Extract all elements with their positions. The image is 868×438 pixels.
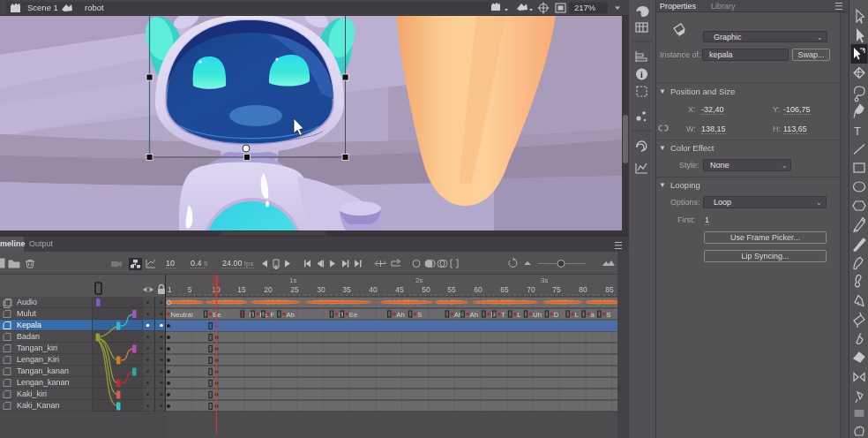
svg-text:S: S — [606, 311, 610, 319]
svg-text:Uh: Uh — [533, 311, 542, 319]
svg-text:D: D — [554, 311, 559, 319]
svg-text:T: T — [501, 311, 505, 319]
svg-text:T: T — [854, 125, 861, 138]
svg-text:0.4 s: 0.4 s — [191, 259, 208, 268]
svg-text:Ah: Ah — [470, 311, 479, 319]
svg-text:L: L — [575, 311, 580, 319]
svg-text:1s: 1s — [289, 276, 296, 284]
svg-text:3s: 3s — [541, 276, 548, 284]
svg-text:Neutral: Neutral — [171, 311, 193, 319]
svg-text:85: 85 — [605, 285, 614, 294]
svg-text:20: 20 — [264, 285, 273, 294]
svg-text:10: 10 — [166, 259, 175, 268]
svg-text:F: F — [271, 311, 275, 319]
svg-text:L: L — [517, 311, 521, 319]
svg-text:Ah: Ah — [286, 311, 295, 319]
svg-text:55: 55 — [447, 285, 456, 294]
svg-text:35: 35 — [342, 285, 351, 294]
svg-text:2s: 2s — [415, 276, 423, 284]
svg-text:15: 15 — [237, 285, 246, 294]
svg-text:i: i — [640, 70, 643, 79]
svg-text:40: 40 — [369, 285, 378, 294]
svg-text:70: 70 — [527, 285, 535, 294]
svg-text:50: 50 — [422, 285, 430, 294]
svg-text:60: 60 — [474, 285, 483, 294]
svg-text:S: S — [417, 311, 422, 319]
svg-text:a: a — [591, 311, 595, 319]
svg-text:5: 5 — [188, 285, 192, 294]
svg-text:Ah: Ah — [396, 311, 405, 319]
svg-text:80: 80 — [579, 285, 587, 294]
svg-text:1: 1 — [168, 285, 172, 294]
svg-text:25: 25 — [290, 285, 299, 294]
svg-text:Ee: Ee — [349, 311, 358, 319]
svg-text:65: 65 — [500, 285, 509, 294]
svg-text:24.00 fps: 24.00 fps — [222, 259, 253, 268]
svg-text:45: 45 — [395, 285, 404, 294]
svg-text:30: 30 — [317, 285, 326, 294]
svg-text:75: 75 — [552, 285, 561, 294]
